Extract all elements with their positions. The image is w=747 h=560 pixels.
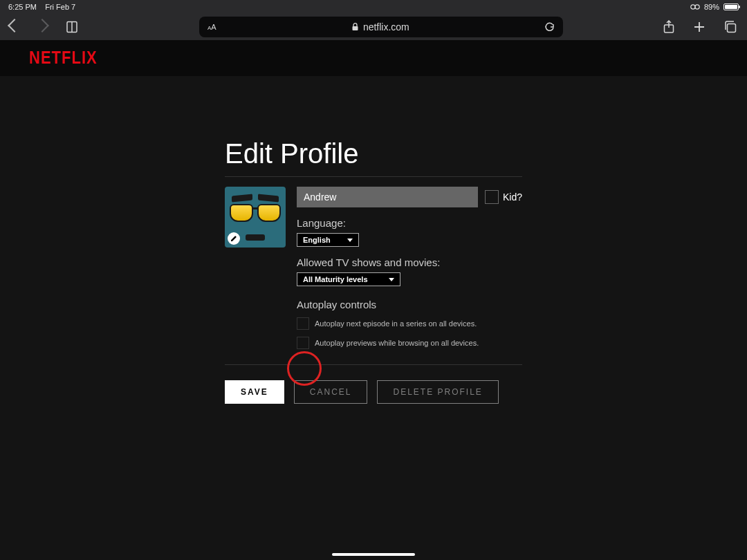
lock-icon [351, 23, 359, 31]
cancel-button[interactable]: CANCEL [294, 380, 368, 404]
url-display: netflix.com [351, 21, 409, 32]
chevron-down-icon [347, 239, 353, 242]
profile-avatar[interactable] [225, 187, 286, 248]
new-tab-button[interactable] [693, 21, 706, 33]
back-button[interactable] [10, 21, 19, 33]
kid-checkbox[interactable] [485, 190, 499, 204]
status-left: 6:25 PM Fri Feb 7 [8, 3, 75, 11]
forward-button[interactable] [37, 21, 47, 33]
divider [225, 364, 522, 365]
bookmarks-button[interactable] [65, 20, 79, 34]
status-date: Fri Feb 7 [45, 3, 75, 11]
autoplay-section-label: Autoplay controls [297, 299, 522, 310]
autoplay-next-checkbox[interactable] [297, 317, 309, 330]
netflix-logo[interactable]: NETFLIX [29, 48, 98, 68]
maturity-select[interactable]: All Maturity levels [297, 272, 400, 286]
autoplay-next-label: Autoplay next episode in a series on all… [315, 319, 477, 328]
maturity-label: Allowed TV shows and movies: [297, 256, 522, 268]
page-title: Edit Profile [225, 138, 522, 169]
language-value: English [303, 236, 331, 244]
maturity-value: All Maturity levels [303, 275, 368, 283]
language-label: Language: [297, 217, 522, 229]
edit-avatar-icon[interactable] [228, 232, 240, 245]
netflix-header: NETFLIX [0, 40, 747, 76]
ipad-status-bar: 6:25 PM Fri Feb 7 89% [0, 0, 747, 14]
svg-rect-3 [352, 26, 358, 30]
battery-icon [723, 3, 739, 10]
save-button[interactable]: SAVE [225, 380, 284, 404]
autoplay-previews-label: Autoplay previews while browsing on all … [315, 339, 479, 347]
share-button[interactable] [663, 20, 675, 34]
reader-button[interactable]: AAAA [208, 23, 216, 31]
svg-rect-5 [728, 24, 736, 32]
page-body: Edit Profile Kid? [0, 76, 747, 404]
status-time: 6:25 PM [8, 3, 37, 11]
chevron-down-icon [389, 278, 394, 281]
home-indicator [332, 553, 415, 556]
profile-name-input[interactable] [297, 187, 478, 207]
kid-label: Kid? [503, 192, 522, 203]
tabs-button[interactable] [723, 20, 737, 34]
reload-button[interactable] [544, 22, 555, 32]
language-select[interactable]: English [297, 233, 359, 247]
url-text: netflix.com [363, 21, 409, 32]
address-bar[interactable]: AAAA netflix.com [199, 17, 563, 37]
delete-profile-button[interactable]: DELETE PROFILE [377, 380, 498, 404]
status-right: 89% [690, 3, 739, 11]
battery-percent: 89% [704, 3, 719, 11]
browser-toolbar: AAAA netflix.com [0, 14, 747, 40]
autoplay-previews-checkbox[interactable] [297, 337, 309, 349]
privacy-icon [690, 3, 700, 10]
